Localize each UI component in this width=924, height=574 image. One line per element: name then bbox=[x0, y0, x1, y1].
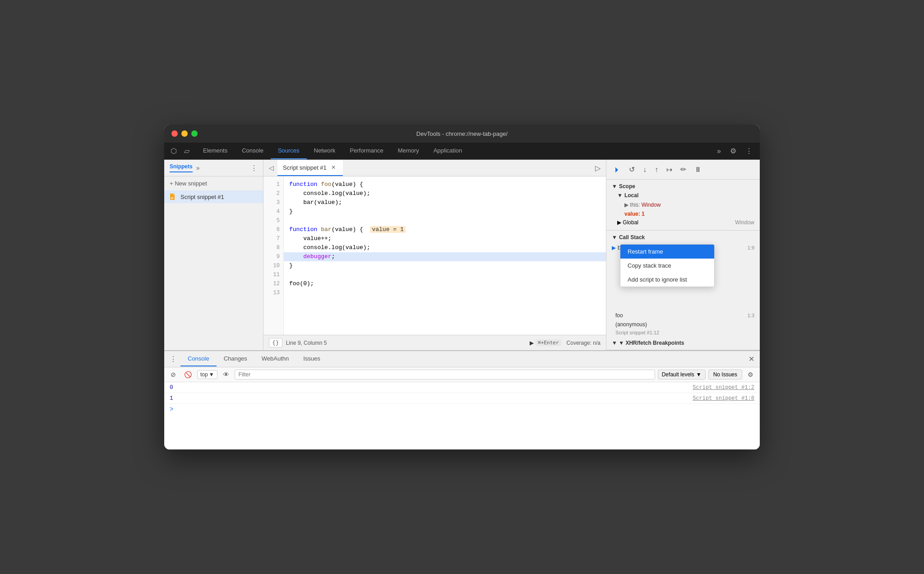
close-button[interactable] bbox=[171, 130, 178, 137]
context-menu-restart-frame[interactable]: Restart frame bbox=[620, 245, 714, 259]
devtools-window: DevTools - chrome://new-tab-page/ ⬡ ▱ El… bbox=[164, 125, 760, 449]
run-kbd: ⌘+Enter bbox=[536, 339, 561, 346]
bottom-tab-console[interactable]: Console bbox=[180, 352, 217, 366]
code-line-2: console.log(value); bbox=[284, 189, 606, 198]
resume-button[interactable]: ⏵ bbox=[611, 164, 624, 176]
line-num-3: 3 bbox=[263, 198, 283, 207]
navigate-back-icon[interactable]: ◁ bbox=[265, 161, 277, 175]
sources-sidebar: Snippets » ⋮ + New snippet JS Script sni… bbox=[164, 160, 263, 350]
minimize-button[interactable] bbox=[181, 130, 188, 137]
snippets-tab[interactable]: Snippets bbox=[170, 163, 193, 172]
no-issues-button[interactable]: No Issues bbox=[708, 370, 742, 380]
more-tabs-icon[interactable]: » bbox=[713, 144, 725, 158]
tab-performance[interactable]: Performance bbox=[342, 143, 390, 159]
step-over-button[interactable]: ↺ bbox=[626, 163, 638, 176]
callstack-section: ▼ Call Stack ▶ bar 1:9 Restart frame Cop… bbox=[606, 231, 760, 350]
run-status[interactable]: ▶ ⌘+Enter bbox=[530, 339, 561, 346]
context-menu-ignore-list[interactable]: Add script to ignore list bbox=[620, 273, 714, 287]
sidebar-header: Snippets » ⋮ bbox=[164, 160, 263, 176]
clear-console-icon[interactable]: ⊘ bbox=[168, 369, 179, 380]
step-out-button[interactable]: ↑ bbox=[652, 164, 661, 176]
status-line: Line 9, Column 5 bbox=[286, 340, 327, 346]
title-bar: DevTools - chrome://new-tab-page/ bbox=[164, 125, 760, 143]
tab-memory[interactable]: Memory bbox=[391, 143, 426, 159]
local-chevron-icon: ▼ bbox=[617, 192, 623, 199]
bottom-tab-webauthn[interactable]: WebAuthn bbox=[254, 352, 296, 366]
sidebar-more-icon[interactable]: » bbox=[196, 164, 200, 171]
tab-elements[interactable]: Elements bbox=[196, 143, 235, 159]
step-button[interactable]: ↦ bbox=[664, 163, 675, 176]
console-log-src-1[interactable]: Script snippet #1:8 bbox=[693, 395, 754, 402]
right-panel: ⏵ ↺ ↓ ↑ ↦ ✏ ⏸ ▼ Scope ▼ bbox=[606, 160, 760, 350]
bottom-tab-bar: ⋮ Console Changes WebAuthn Issues ✕ bbox=[164, 351, 760, 367]
editor-tab-active[interactable]: Script snippet #1 ✕ bbox=[277, 160, 343, 176]
console-settings-icon[interactable]: ⚙ bbox=[745, 369, 756, 380]
format-button[interactable]: {} bbox=[269, 338, 282, 347]
scope-label: Scope bbox=[619, 183, 635, 190]
editor-tab-close-icon[interactable]: ✕ bbox=[329, 163, 337, 171]
bottom-tab-changes[interactable]: Changes bbox=[217, 352, 254, 366]
code-line-10: } bbox=[284, 261, 606, 270]
xhr-chevron-icon: ▼ bbox=[612, 340, 617, 346]
bottom-tab-menu-icon[interactable]: ⋮ bbox=[166, 351, 180, 367]
step-into-button[interactable]: ↓ bbox=[640, 164, 649, 176]
settings-icon[interactable]: ⚙ bbox=[726, 144, 740, 158]
new-snippet-button[interactable]: + New snippet bbox=[164, 176, 263, 190]
callstack-frame-anon[interactable]: (anonymous) bbox=[612, 320, 754, 329]
tab-network[interactable]: Network bbox=[307, 143, 343, 159]
callstack-script-ref: Script snippet #1:12 bbox=[612, 329, 754, 336]
line-num-6: 6 bbox=[263, 225, 283, 234]
callstack-header[interactable]: ▼ Call Stack bbox=[612, 234, 754, 241]
sidebar-menu-icon[interactable]: ⋮ bbox=[250, 164, 258, 172]
tab-console[interactable]: Console bbox=[235, 143, 271, 159]
code-line-3: bar(value); bbox=[284, 198, 606, 207]
snippet-item[interactable]: JS Script snippet #1 bbox=[164, 190, 263, 203]
local-scope-header[interactable]: ▼ Local bbox=[617, 192, 754, 199]
default-levels-selector[interactable]: Default levels ▼ bbox=[658, 370, 706, 380]
tab-sources[interactable]: Sources bbox=[271, 143, 307, 159]
top-selector[interactable]: top ▼ bbox=[197, 370, 217, 379]
cursor-icon[interactable]: ⬡ bbox=[168, 143, 180, 159]
more-options-icon[interactable]: ⋮ bbox=[742, 144, 756, 158]
coverage-label: Coverage: n/a bbox=[567, 340, 601, 346]
context-menu-copy-stack[interactable]: Copy stack trace bbox=[620, 259, 714, 273]
line-num-10: 10 bbox=[263, 261, 283, 270]
close-bottom-panel-icon[interactable]: ✕ bbox=[745, 352, 758, 366]
debug-toolbar: ⏵ ↺ ↓ ↑ ↦ ✏ ⏸ bbox=[606, 160, 760, 180]
global-scope-row[interactable]: ▶ Global Window bbox=[612, 218, 754, 227]
bottom-tab-issues[interactable]: Issues bbox=[296, 352, 328, 366]
frame-bar-loc: 1:9 bbox=[748, 245, 754, 250]
code-editor: 1 2 3 4 5 6 7 8 9 10 11 12 13 bbox=[263, 176, 606, 335]
pause-exceptions-button[interactable]: ⏸ bbox=[692, 164, 704, 176]
eye-icon[interactable]: 👁 bbox=[220, 369, 232, 380]
tab-bar-right: » ⚙ ⋮ bbox=[713, 144, 756, 158]
console-log-src-0[interactable]: Script snippet #1:2 bbox=[693, 384, 754, 391]
console-prompt[interactable]: > bbox=[164, 404, 760, 415]
local-scope: ▼ Local ▶ this: Window value: 1 bbox=[612, 192, 754, 218]
run-triangle-icon: ▶ bbox=[530, 340, 534, 346]
xhr-breakpoints-header[interactable]: ▼ ▼ XHR/fetch Breakpoints bbox=[612, 340, 754, 346]
frame-foo-name: foo bbox=[615, 312, 623, 319]
block-requests-icon[interactable]: 🚫 bbox=[181, 369, 194, 380]
traffic-lights bbox=[171, 130, 198, 137]
code-line-13 bbox=[284, 288, 606, 297]
filter-input[interactable] bbox=[235, 370, 655, 380]
scope-header[interactable]: ▼ Scope bbox=[612, 183, 754, 190]
code-line-12: foo(0); bbox=[284, 279, 606, 288]
console-log-0: 0 Script snippet #1:2 bbox=[164, 382, 760, 393]
line-num-2: 2 bbox=[263, 189, 283, 198]
snippet-name: Script snippet #1 bbox=[180, 194, 224, 200]
bottom-tab-right: ✕ bbox=[745, 352, 758, 366]
deactivate-breakpoints-button[interactable]: ✏ bbox=[678, 163, 689, 176]
maximize-button[interactable] bbox=[191, 130, 198, 137]
callstack-frame-foo[interactable]: foo 1:3 bbox=[612, 311, 754, 320]
console-output: 0 Script snippet #1:2 1 Script snippet #… bbox=[164, 382, 760, 449]
value-prop-value: 1 bbox=[642, 211, 645, 217]
tab-application[interactable]: Application bbox=[426, 143, 470, 159]
console-log-val-0: 0 bbox=[170, 384, 173, 391]
run-snippet-icon[interactable]: ▷ bbox=[591, 160, 604, 176]
device-toolbar-icon[interactable]: ▱ bbox=[181, 143, 192, 159]
scope-section: ▼ Scope ▼ Local ▶ this: Window bbox=[606, 180, 760, 231]
value-prop-name: value: bbox=[624, 211, 642, 217]
line-num-13: 13 bbox=[263, 288, 283, 297]
